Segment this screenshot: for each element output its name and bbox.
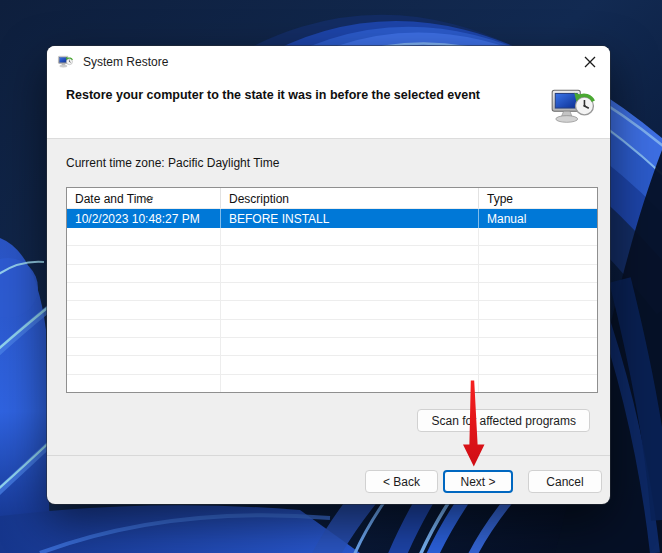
system-restore-dialog: System Restore Restore your computer to … [47, 46, 610, 504]
column-header-type[interactable]: Type [479, 188, 597, 208]
close-button[interactable] [570, 46, 610, 77]
page-title: Restore your computer to the state it wa… [66, 88, 526, 102]
cell-date: 10/2/2023 10:48:27 PM [67, 209, 221, 228]
table-empty-row [67, 320, 597, 338]
cell-description: BEFORE INSTALL [221, 209, 479, 228]
table-empty-row [67, 246, 597, 264]
dialog-header: Restore your computer to the state it wa… [47, 77, 610, 139]
scan-affected-programs-button[interactable]: Scan for affected programs [417, 409, 590, 432]
footer-divider [47, 455, 610, 456]
dialog-body: Current time zone: Pacific Daylight Time… [47, 139, 610, 504]
table-empty-row [67, 375, 597, 392]
restore-point-row[interactable]: 10/2/2023 10:48:27 PM BEFORE INSTALL Man… [67, 209, 597, 228]
footer-button-bar: < Back Next > Cancel [47, 470, 610, 493]
table-header-row: Date and Time Description Type [67, 188, 597, 209]
close-icon [584, 56, 596, 68]
table-empty-row [67, 356, 597, 374]
system-restore-icon-large [548, 82, 598, 132]
back-button[interactable]: < Back [365, 470, 438, 493]
system-restore-icon [57, 54, 74, 70]
table-empty-row [67, 228, 597, 246]
table-empty-row [67, 301, 597, 319]
table-empty-row [67, 338, 597, 356]
restore-points-table: Date and Time Description Type 10/2/2023… [66, 187, 598, 393]
cancel-button[interactable]: Cancel [528, 470, 602, 493]
next-button[interactable]: Next > [443, 470, 513, 493]
cell-type: Manual [479, 209, 597, 228]
column-header-description[interactable]: Description [221, 188, 479, 208]
chevron-down-icon [143, 188, 154, 206]
table-empty-row [67, 283, 597, 301]
title-bar: System Restore [47, 46, 610, 77]
window-title: System Restore [83, 55, 168, 69]
timezone-label: Current time zone: Pacific Daylight Time [66, 156, 279, 170]
table-empty-row [67, 265, 597, 283]
